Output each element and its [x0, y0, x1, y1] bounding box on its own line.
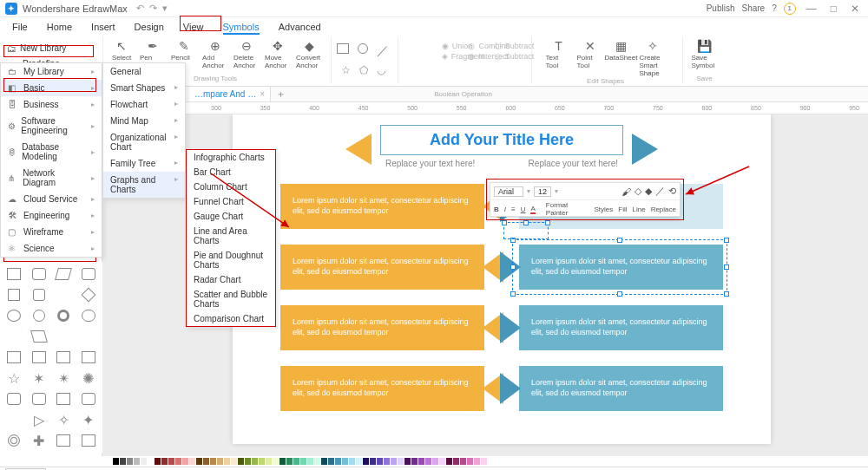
shape-cap4[interactable] — [82, 393, 95, 405]
shape-pill[interactable] — [82, 310, 95, 322]
lib-engineering[interactable]: 🛠Engineering▸ — [1, 207, 102, 224]
lib-database-modeling[interactable]: 🛢Database Modeling▸ — [1, 139, 102, 165]
shape-polygon-icon[interactable]: ⬠ — [359, 64, 368, 76]
save-symbol-button[interactable]: 💾Save Symbol — [692, 38, 718, 69]
shape-hept[interactable] — [56, 351, 70, 363]
shape-oct[interactable] — [82, 351, 95, 363]
menu-symbols[interactable]: Symbols — [223, 22, 260, 35]
color-swatch[interactable] — [460, 458, 466, 465]
font-select[interactable]: Arial — [494, 186, 523, 197]
point-tool[interactable]: ✕Point Tool — [577, 38, 603, 77]
shape-rsquare[interactable] — [33, 289, 45, 301]
submenu-flowchart[interactable]: Flowchart▸ — [103, 96, 185, 113]
menu-home[interactable]: Home — [47, 22, 72, 35]
floating-format-toolbar[interactable]: Arial ▾ 12 ▾ 🖌 ◇ ◆ ／ ⟲ B I ≡ U A Format … — [490, 182, 681, 217]
shape-line-icon[interactable]: ／ — [377, 43, 389, 59]
opt-gauge-chart[interactable]: Gauge Chart — [187, 209, 275, 224]
publish-button[interactable]: Publish — [707, 3, 735, 13]
shape-rect-icon[interactable] — [337, 43, 349, 54]
lib-my-library[interactable]: 🗀My Library▸ — [1, 63, 102, 80]
shape-ring[interactable] — [57, 310, 69, 322]
shape-diamond[interactable] — [81, 288, 95, 303]
convert-anchor-tool[interactable]: ◆Convert Anchor — [296, 38, 322, 69]
color-swatch[interactable] — [335, 458, 341, 465]
color-swatch[interactable] — [349, 458, 355, 465]
opt-column-chart[interactable]: Column Chart — [187, 180, 275, 194]
color-swatch[interactable] — [467, 458, 473, 465]
shape-pentagon[interactable] — [82, 330, 95, 343]
share-button[interactable]: Share — [742, 3, 766, 13]
color-swatch[interactable] — [453, 458, 459, 465]
submenu-orgchart[interactable]: Organizational Chart▸ — [103, 129, 185, 155]
styles-icon[interactable]: ◇ — [635, 186, 641, 197]
opt-pie-doughnut[interactable]: Pie and Doughnut Charts — [187, 248, 275, 272]
shape-roundrect2[interactable] — [82, 268, 95, 280]
shape-hex2[interactable] — [32, 351, 46, 363]
qat-more-icon[interactable]: ▾ — [162, 3, 168, 14]
color-swatch[interactable] — [259, 458, 265, 465]
color-swatch[interactable] — [439, 458, 445, 465]
create-smart-shape-button[interactable]: ✧Create Smart Shape — [640, 38, 666, 77]
shape-triangle[interactable] — [7, 414, 21, 426]
color-swatch[interactable] — [474, 458, 480, 465]
shape-star4[interactable]: ✧ — [58, 412, 69, 428]
help-icon[interactable]: ? — [772, 3, 777, 13]
color-swatch[interactable] — [231, 458, 237, 465]
opt-radar-chart[interactable]: Radar Chart — [187, 272, 275, 287]
shape-plus[interactable]: ✚ — [33, 433, 44, 449]
bold-button[interactable]: B — [494, 206, 499, 213]
opt-comparison-chart[interactable]: Comparison Chart — [187, 311, 275, 326]
color-swatch[interactable] — [418, 458, 424, 465]
shape-circle-icon[interactable] — [358, 43, 368, 54]
shape-tri2[interactable]: ▷ — [34, 412, 44, 428]
color-swatch[interactable] — [481, 458, 487, 465]
shape-burst[interactable]: ✺ — [82, 370, 94, 387]
content-block[interactable]: Lorem ipsum dolor sit amet, consectetur … — [280, 366, 484, 411]
content-block[interactable]: Lorem ipsum dolor sit amet, consectetur … — [280, 245, 484, 290]
color-swatch[interactable] — [363, 458, 369, 465]
content-block[interactable]: Lorem ipsum dolor sit amet, consectetur … — [519, 366, 723, 411]
submenu-general[interactable]: General — [103, 63, 185, 80]
add-anchor-tool[interactable]: ⊕Add Anchor — [202, 38, 228, 69]
color-swatch[interactable] — [203, 458, 209, 465]
user-badge[interactable]: 1 — [784, 3, 796, 15]
color-swatch[interactable] — [446, 458, 452, 465]
shape-star6[interactable]: ✶ — [33, 370, 44, 387]
color-swatch[interactable] — [161, 458, 168, 465]
shape-dbl-circle[interactable] — [8, 434, 20, 447]
minimize-button[interactable]: — — [803, 3, 820, 15]
document-tab[interactable]: …mpare And …× — [189, 87, 271, 101]
opt-bar-chart[interactable]: Bar Chart — [187, 165, 275, 180]
color-swatch[interactable] — [411, 458, 418, 465]
color-swatch[interactable] — [217, 458, 223, 465]
lib-science[interactable]: ⚛Science▸ — [1, 240, 102, 257]
datasheet-button[interactable]: ▦DataSheet — [608, 38, 635, 77]
color-swatch[interactable] — [175, 458, 181, 465]
opt-funnel-chart[interactable]: Funnel Chart — [187, 194, 275, 209]
shape-square[interactable] — [8, 289, 20, 301]
shape-star-icon[interactable]: ☆ — [341, 64, 351, 76]
shape-pent2[interactable] — [7, 351, 21, 363]
submenu-smart-shapes[interactable]: Smart Shapes▸ — [103, 80, 185, 96]
color-swatch[interactable] — [321, 458, 327, 465]
color-swatch[interactable] — [404, 458, 411, 465]
big-arrow-right[interactable] — [632, 134, 658, 165]
color-swatch[interactable] — [425, 458, 431, 465]
color-swatch[interactable] — [182, 458, 188, 465]
line-icon[interactable]: ／ — [655, 185, 665, 198]
shape-star5[interactable]: ☆ — [8, 370, 20, 387]
color-swatch[interactable] — [391, 458, 397, 465]
color-swatch[interactable] — [286, 458, 293, 465]
color-swatch[interactable] — [377, 458, 383, 465]
color-swatch[interactable] — [120, 458, 126, 465]
shape-trap2[interactable] — [7, 330, 21, 343]
color-swatch[interactable] — [148, 458, 154, 465]
size-select[interactable]: 12 — [534, 186, 551, 197]
content-block-selected[interactable]: Lorem ipsum dolor sit amet, consectetur … — [519, 245, 723, 290]
subtract-button[interactable]: ◌Subtract — [495, 42, 535, 50]
shape-arc-icon[interactable]: ◡ — [377, 64, 385, 76]
color-swatch[interactable] — [328, 458, 334, 465]
color-swatch[interactable] — [384, 458, 390, 465]
lib-business[interactable]: 🗄Business▸ — [1, 96, 102, 113]
underline-button[interactable]: U — [521, 206, 526, 213]
